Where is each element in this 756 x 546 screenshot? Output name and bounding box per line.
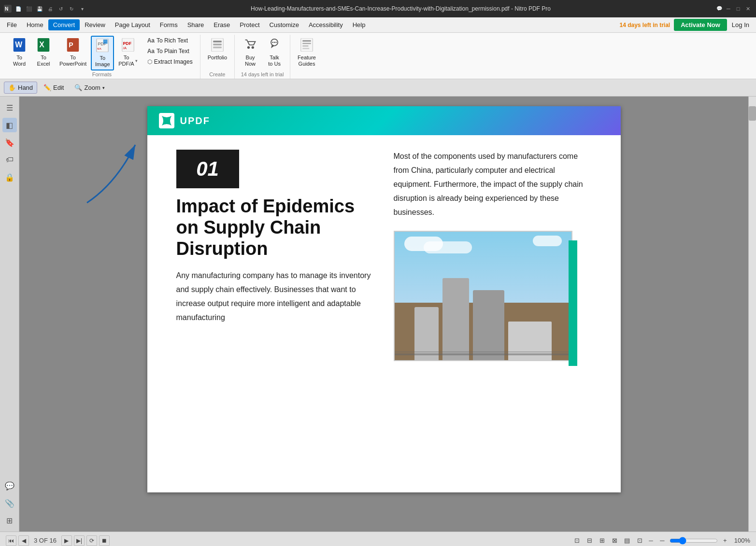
pdfa-icon: PDF /A — [121, 38, 135, 54]
ribbon-buttons-feature: FeatureGuides — [294, 36, 319, 76]
to-excel-button[interactable]: X ToExcel — [32, 36, 55, 70]
log-in-button[interactable]: Log In — [727, 19, 754, 30]
to-image-button[interactable]: PDF 4/A ToImage — [91, 36, 114, 70]
feature-group-label — [294, 77, 319, 79]
pdf-body-text-left: Any manufacturing company has to manage … — [176, 269, 374, 324]
talk-to-us-button[interactable]: Talkto Us — [263, 36, 286, 70]
new-icon[interactable]: ⬛ — [25, 5, 33, 13]
to-plain-text-button[interactable]: Aa To Plain Text — [144, 46, 196, 56]
close-button[interactable]: ✕ — [743, 4, 752, 13]
sidebar-lock-icon[interactable]: 🔒 — [2, 170, 17, 184]
maximize-button[interactable]: □ — [734, 4, 742, 13]
svg-text:4/A: 4/A — [97, 47, 102, 50]
buy-now-button[interactable]: BuyNow — [239, 36, 262, 70]
two-page-button[interactable]: ⊞ — [597, 535, 607, 546]
image-icon: PDF 4/A — [96, 39, 109, 54]
loop-button[interactable]: ⟳ — [86, 535, 97, 546]
sidebar-page-icon[interactable]: ◧ — [2, 118, 17, 132]
sidebar-comment-icon[interactable]: 💬 — [2, 478, 17, 493]
scrollbar-thumb[interactable] — [749, 106, 756, 121]
portfolio-button[interactable]: Portfolio — [204, 36, 230, 63]
pdf-number-box: 01 — [176, 150, 239, 188]
zoom-label: Zoom — [84, 84, 100, 91]
menu-share[interactable]: Share — [183, 19, 209, 30]
menu-file[interactable]: File — [2, 19, 22, 30]
menu-help[interactable]: Help — [348, 19, 371, 30]
menu-page-layout[interactable]: Page Layout — [110, 19, 155, 30]
sidebar-layers-icon[interactable]: ⊞ — [2, 513, 17, 528]
to-word-label: ToWord — [13, 55, 26, 67]
to-pdfa-label: ToPDF/A ▾ — [118, 55, 137, 67]
feature-guides-button[interactable]: FeatureGuides — [294, 36, 319, 70]
pdf-image-wrapper — [394, 231, 572, 361]
sidebar-thumbnail-icon[interactable]: ☰ — [2, 100, 17, 115]
fit-page-button[interactable]: ⊡ — [571, 535, 582, 546]
svg-point-27 — [275, 42, 277, 43]
window-controls: 💬 ─ □ ✕ — [715, 4, 752, 13]
print-icon[interactable]: 🖨 — [46, 5, 54, 13]
play-button[interactable]: ▶ — [61, 535, 72, 546]
sidebar-attachment-icon[interactable]: 📎 — [2, 496, 17, 510]
powerpoint-icon: P — [66, 38, 80, 54]
to-pdfa-button[interactable]: PDF /A ToPDF/A ▾ — [115, 36, 141, 70]
menu-customize[interactable]: Customize — [265, 19, 304, 30]
pdf-page: UPDF 01 Impact of Epidemics on Supply Ch… — [147, 106, 621, 492]
silos-container — [395, 264, 571, 360]
menu-protect[interactable]: Protect — [235, 19, 264, 30]
customize-icon[interactable]: ▾ — [78, 5, 86, 13]
to-word-button[interactable]: W ToWord — [8, 36, 31, 70]
svg-text:W: W — [15, 41, 22, 49]
svg-rect-28 — [301, 38, 313, 52]
single-page-button[interactable]: ⊠ — [609, 535, 620, 546]
rail-2 — [395, 351, 571, 352]
minimize-button[interactable]: ─ — [724, 4, 733, 13]
prev-page-button[interactable]: ◀ — [18, 535, 29, 546]
ribbon-buttons-formats: W ToWord X ToExcel — [8, 36, 196, 70]
menu-erase[interactable]: Erase — [209, 19, 235, 30]
sidebar-bookmark-icon[interactable]: 🔖 — [2, 135, 17, 150]
to-powerpoint-button[interactable]: P ToPowerPoint — [56, 36, 90, 70]
zoom-tool-button[interactable]: 🔍 Zoom ▾ — [70, 82, 109, 94]
next-page-button[interactable]: ▶| — [74, 535, 85, 546]
edit-tool-button[interactable]: ✏️ Edit — [39, 82, 68, 94]
extract-images-button[interactable]: ⬡ Extract Images — [144, 57, 196, 67]
svg-point-22 — [252, 46, 254, 49]
activate-now-button[interactable]: Activate Now — [674, 19, 727, 31]
svg-rect-31 — [302, 45, 308, 47]
chat-icon[interactable]: 💬 — [715, 4, 723, 12]
svg-point-26 — [274, 42, 275, 43]
hand-tool-button[interactable]: ✋ Hand — [4, 82, 37, 94]
zoom-dropdown-arrow: ▾ — [102, 85, 105, 90]
zoom-in-button[interactable]: + — [720, 535, 730, 546]
zoom-slider[interactable] — [670, 537, 718, 545]
save-icon[interactable]: 💾 — [36, 5, 43, 13]
menu-accessibility[interactable]: Accessibility — [304, 19, 348, 30]
menu-forms[interactable]: Forms — [155, 19, 183, 30]
to-rich-text-button[interactable]: Aa To Rich Text — [144, 36, 196, 45]
extract-images-label: Extract Images — [154, 58, 193, 65]
zoom-out-button[interactable]: ─ — [657, 535, 668, 546]
page-navigation: ⏮ ◀ 3 OF 16 ▶ ▶| ⟳ ⏹ — [6, 535, 110, 546]
svg-rect-30 — [302, 43, 311, 44]
word-icon: W — [13, 38, 26, 54]
presentation-button[interactable]: ⊡ — [634, 535, 645, 546]
to-image-label: ToImage — [95, 55, 110, 68]
ribbon-buttons-trial: BuyNow Talkto Us — [239, 36, 286, 70]
undo-icon[interactable]: ↺ — [57, 5, 65, 13]
right-scrollbar[interactable] — [748, 97, 756, 532]
left-sidebar: ☰ ◧ 🔖 🏷 🔒 💬 📎 ⊞ — [0, 97, 19, 532]
menu-home[interactable]: Home — [22, 19, 48, 30]
main-area: ☰ ◧ 🔖 🏷 🔒 💬 📎 ⊞ — [0, 97, 756, 532]
menu-review[interactable]: Review — [80, 19, 110, 30]
status-bar: ⏮ ◀ 3 OF 16 ▶ ▶| ⟳ ⏹ ⊡ ⊟ ⊞ ⊠ ▤ ⊡ ─ ─ + 1… — [0, 532, 756, 546]
ribbon-sub-col: Aa To Rich Text Aa To Plain Text ⬡ Extra… — [144, 36, 196, 67]
redo-icon[interactable]: ↻ — [68, 5, 75, 13]
first-page-button[interactable]: ⏮ — [6, 535, 16, 546]
sidebar-tag-icon[interactable]: 🏷 — [2, 153, 17, 167]
scroll-mode-button[interactable]: ▤ — [622, 535, 632, 546]
fit-width-button[interactable]: ⊟ — [584, 535, 595, 546]
stop-button[interactable]: ⏹ — [99, 535, 110, 546]
to-powerpoint-label: ToPowerPoint — [59, 55, 86, 67]
menu-convert[interactable]: Convert — [48, 19, 80, 30]
feature-guides-icon — [300, 38, 314, 54]
